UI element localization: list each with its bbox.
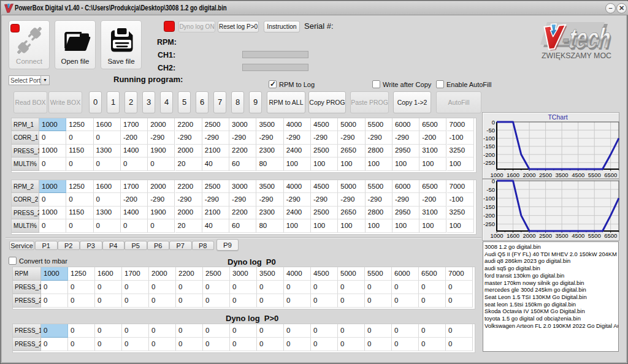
svg-text:4500: 4500 bbox=[572, 172, 584, 178]
svg-text:ZWIĘKSZAMY MOC: ZWIĘKSZAMY MOC bbox=[542, 51, 611, 60]
svg-text:2000: 2000 bbox=[523, 232, 536, 239]
svg-text:-100: -100 bbox=[483, 195, 495, 202]
svg-text:-100: -100 bbox=[483, 135, 495, 142]
svg-text:-tech: -tech bbox=[559, 23, 615, 54]
svg-text:6500: 6500 bbox=[604, 172, 617, 178]
svg-text:2500: 2500 bbox=[539, 172, 552, 178]
svg-text:2000: 2000 bbox=[523, 172, 536, 178]
svg-text:1000: 1000 bbox=[490, 172, 503, 178]
svg-text:0: 0 bbox=[492, 180, 495, 184]
svg-text:4500: 4500 bbox=[572, 232, 584, 239]
svg-text:-250: -250 bbox=[483, 159, 495, 166]
svg-text:0: 0 bbox=[492, 119, 495, 126]
svg-text:-150: -150 bbox=[483, 203, 495, 210]
svg-text:-200: -200 bbox=[483, 151, 495, 158]
svg-text:5500: 5500 bbox=[588, 232, 601, 239]
svg-text:-50: -50 bbox=[486, 127, 495, 134]
svg-text:6500: 6500 bbox=[604, 232, 617, 239]
svg-text:TChart: TChart bbox=[548, 113, 567, 121]
svg-text:1600: 1600 bbox=[507, 232, 519, 239]
svg-text:3500: 3500 bbox=[556, 232, 569, 239]
svg-text:-50: -50 bbox=[486, 186, 495, 193]
svg-text:2500: 2500 bbox=[539, 232, 552, 239]
svg-text:1600: 1600 bbox=[507, 172, 519, 178]
svg-text:-150: -150 bbox=[483, 143, 495, 150]
svg-text:1000: 1000 bbox=[490, 232, 503, 239]
svg-text:-200: -200 bbox=[483, 212, 495, 219]
svg-text:3500: 3500 bbox=[556, 172, 569, 178]
svg-text:5500: 5500 bbox=[588, 172, 601, 178]
svg-text:-250: -250 bbox=[483, 221, 495, 227]
